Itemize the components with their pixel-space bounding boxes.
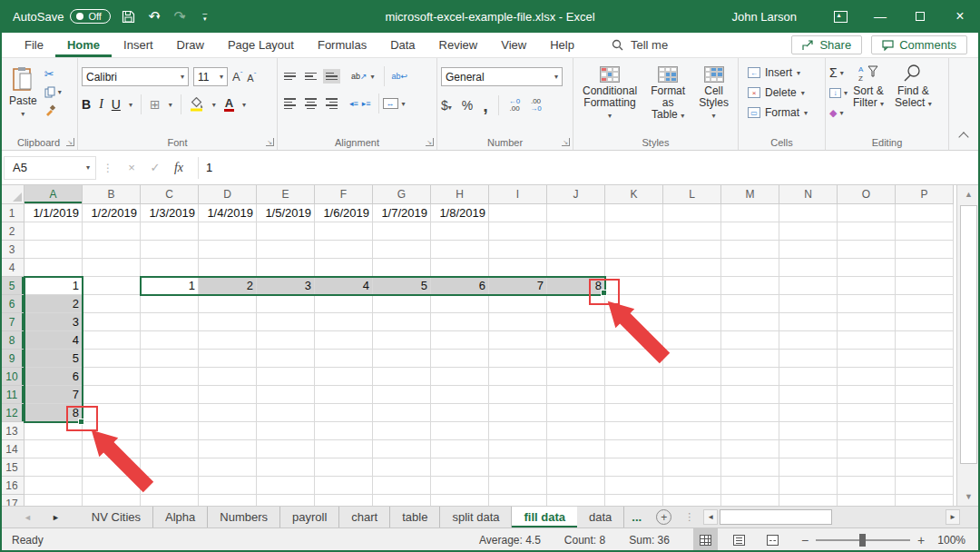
row-header-11[interactable]: 11 [0,386,24,404]
undo-button[interactable]: ↶▾ [147,9,162,24]
cell-a16[interactable] [24,477,83,495]
tab-data[interactable]: Data [378,34,426,57]
sheet-tab-split-data[interactable]: split data [440,507,512,527]
cell-c17[interactable] [141,495,199,506]
cell-e3[interactable] [257,241,315,259]
cell-o7[interactable] [838,313,896,331]
cell-a4[interactable] [24,259,83,277]
cell-b1[interactable]: 1/2/2019 [83,204,141,222]
cell-n11[interactable] [779,386,838,404]
row-header-9[interactable]: 9 [0,350,24,368]
cell-f16[interactable] [315,477,373,495]
cell-g10[interactable] [373,368,431,386]
cell-j16[interactable] [547,477,605,495]
cell-a6[interactable]: 2 [24,295,83,313]
cell-g2[interactable] [373,222,431,241]
cell-h14[interactable] [431,440,489,458]
new-sheet-button[interactable]: + [656,509,671,525]
cell-j9[interactable] [547,350,605,368]
cell-g9[interactable] [373,350,431,368]
cell-f11[interactable] [315,386,373,404]
zoom-slider-thumb[interactable] [859,534,866,547]
row-header-5[interactable]: 5 [0,277,24,295]
zoom-out-button[interactable]: − [801,533,808,547]
cell-p13[interactable] [896,422,954,440]
cell-o17[interactable] [838,495,896,506]
cell-i16[interactable] [489,477,547,495]
cell-i13[interactable] [489,422,547,440]
cell-l12[interactable] [663,404,721,422]
column-header-k[interactable]: K [605,185,663,204]
cell-c14[interactable] [141,440,199,458]
cell-m15[interactable] [721,458,779,477]
cell-e9[interactable] [257,350,315,368]
decrease-decimal-button[interactable]: .00→0 [530,98,541,113]
comma-style-button[interactable]: , [483,101,488,110]
copy-button[interactable]: ▾ [44,86,62,98]
column-header-p[interactable]: P [896,185,954,204]
cell-e8[interactable] [257,331,315,350]
cell-p12[interactable] [896,404,954,422]
cell-d1[interactable]: 1/4/2019 [199,204,257,222]
cell-e14[interactable] [257,440,315,458]
tab-review[interactable]: Review [427,34,490,57]
sheet-tab-alpha[interactable]: Alpha [153,507,208,527]
cell-n6[interactable] [779,295,838,313]
cell-b12[interactable] [83,404,141,422]
cell-f1[interactable]: 1/6/2019 [315,204,373,222]
cell-d10[interactable] [199,368,257,386]
share-button[interactable]: Share [791,35,862,54]
cancel-icon[interactable]: × [120,161,143,174]
cell-j6[interactable] [547,295,605,313]
cell-n3[interactable] [779,241,838,259]
scroll-down-icon[interactable]: ▼ [957,488,980,506]
sheet-tab-fill-data[interactable]: fill data [512,507,577,527]
cell-a17[interactable] [24,495,83,506]
cell-f5[interactable]: 4 [315,277,373,295]
cell-p7[interactable] [896,313,954,331]
cell-m2[interactable] [721,222,779,241]
cell-j8[interactable] [547,331,605,350]
cell-o9[interactable] [838,350,896,368]
status-sum[interactable]: Sum: 36 [629,534,670,547]
cell-l6[interactable] [663,295,721,313]
cell-a7[interactable]: 3 [24,313,83,331]
formula-bar-input[interactable]: 1 [206,161,212,174]
column-header-j[interactable]: J [547,185,605,204]
cell-e15[interactable] [257,458,315,477]
cell-j12[interactable] [547,404,605,422]
column-header-c[interactable]: C [141,185,199,204]
clear-button[interactable]: ◆▾ [829,104,848,121]
cell-h16[interactable] [431,477,489,495]
zoom-in-button[interactable]: + [917,533,925,547]
cell-d11[interactable] [199,386,257,404]
fill-color-button[interactable] [190,97,204,112]
row-header-16[interactable]: 16 [0,477,24,495]
cell-j14[interactable] [547,440,605,458]
column-header-g[interactable]: G [373,185,431,204]
horizontal-scrollbar-thumb[interactable] [720,509,831,525]
cell-l8[interactable] [663,331,721,350]
orientation-button[interactable]: ab↗ [351,72,368,81]
cell-n13[interactable] [779,422,838,440]
cell-g15[interactable] [373,458,431,477]
cell-a12[interactable]: 8 [24,404,83,422]
cell-o16[interactable] [838,477,896,495]
cell-p2[interactable] [896,222,954,241]
cell-b5[interactable] [83,277,141,295]
borders-button[interactable]: ⊞ [150,97,161,112]
cell-l14[interactable] [663,440,721,458]
cell-j4[interactable] [547,259,605,277]
cell-k11[interactable] [605,386,663,404]
page-break-preview-button[interactable] [760,528,785,552]
redo-button[interactable]: ↷▾ [172,9,187,24]
scroll-up-icon[interactable]: ▲ [957,185,980,203]
cell-h10[interactable] [431,368,489,386]
cell-i7[interactable] [489,313,547,331]
cell-j17[interactable] [547,495,605,506]
cell-f3[interactable] [315,241,373,259]
cell-b3[interactable] [83,241,141,259]
align-right-button[interactable] [323,94,340,113]
cell-k17[interactable] [605,495,663,506]
italic-button[interactable]: I [99,97,103,112]
